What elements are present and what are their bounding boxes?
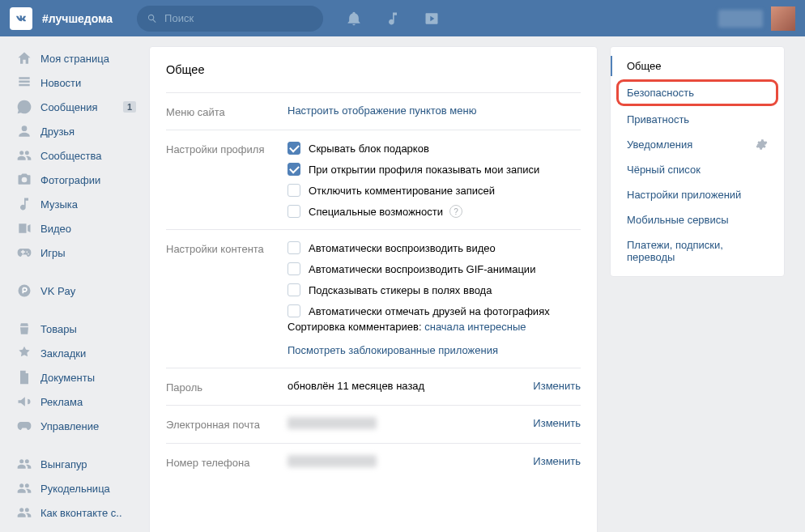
nav-item[interactable]: Моя страница <box>10 46 139 70</box>
nav-item[interactable]: Реклама <box>10 389 139 414</box>
video-icon <box>16 220 32 236</box>
nav-label: Рукодельница <box>40 483 110 495</box>
settings-nav-item[interactable]: Безопасность <box>617 80 777 105</box>
nav-item[interactable]: Управление <box>10 414 139 438</box>
checkbox-line: При открытии профиля показывать мои запи… <box>288 163 581 176</box>
nav-label: Сообщества <box>40 150 102 162</box>
checkbox-label: Автоматически воспроизводить GIF-анимаци… <box>309 263 535 275</box>
checkbox[interactable] <box>288 304 300 317</box>
checkbox-label: Скрывать блок подарков <box>309 143 429 155</box>
pay-icon <box>16 283 32 299</box>
nav-item[interactable]: Документы <box>10 365 139 389</box>
settings-nav-item[interactable]: Чёрный список <box>611 157 784 182</box>
nav-item[interactable]: Сообщения1 <box>10 95 139 119</box>
nav-item[interactable]: Вынгапур <box>10 452 139 476</box>
change-password-link[interactable]: Изменить <box>533 380 581 392</box>
checkbox-line: Автоматически воспроизводить GIF-анимаци… <box>288 262 581 275</box>
nav-label: Фотографии <box>40 174 100 186</box>
help-icon[interactable]: ? <box>449 205 462 218</box>
blocked-apps-link[interactable]: Посмотреть заблокированные приложения <box>288 344 581 356</box>
settings-nav-item[interactable]: Настройки приложений <box>611 182 784 207</box>
panel-title: Общее <box>166 63 581 76</box>
row-label: Электронная почта <box>166 417 288 432</box>
header-profile[interactable] <box>718 6 795 31</box>
nav-item[interactable]: Друзья <box>10 119 139 143</box>
nav-item-label: Настройки приложений <box>627 189 741 201</box>
row-menu: Меню сайта Настроить отображение пунктов… <box>166 92 581 130</box>
group-icon <box>16 456 32 472</box>
nav-label: Сообщения <box>40 101 98 113</box>
nav-label: Как вконтакте с.. <box>40 507 122 519</box>
settings-nav-item[interactable]: Общее <box>611 53 784 79</box>
nav-item[interactable]: Музыка <box>10 192 139 216</box>
nav-item[interactable]: VK Pay <box>10 279 139 303</box>
checkbox-label: Специальные возможности <box>309 206 443 218</box>
row-label: Настройки профиля <box>166 142 288 218</box>
change-phone-link[interactable]: Изменить <box>533 455 581 467</box>
messages-icon <box>16 99 32 115</box>
photos-icon <box>16 172 32 188</box>
checkbox[interactable] <box>288 163 300 176</box>
group-icon <box>16 504 32 521</box>
nav-label: Товары <box>40 323 77 335</box>
row-phone: Номер телефона Изменить <box>166 443 581 481</box>
checkbox[interactable] <box>288 283 300 296</box>
nav-label: Игры <box>40 247 66 259</box>
nav-item[interactable]: Сообщества <box>10 143 139 168</box>
checkbox[interactable] <box>288 262 300 275</box>
nav-item[interactable]: Закладки <box>10 341 139 365</box>
nav-label: Закладки <box>40 347 86 360</box>
change-email-link[interactable]: Изменить <box>533 417 581 429</box>
vk-logo[interactable] <box>10 7 32 30</box>
nav-item-label: Чёрный список <box>627 164 701 176</box>
sort-value-link[interactable]: сначала интересные <box>424 321 526 333</box>
checkbox-label: При открытии профиля показывать мои запи… <box>309 164 539 176</box>
nav-item[interactable]: Видео <box>10 216 139 240</box>
settings-nav: ОбщееБезопасностьПриватностьУведомленияЧ… <box>610 46 785 277</box>
phone-value-hidden <box>288 455 377 467</box>
checkbox[interactable] <box>288 205 300 218</box>
password-value: обновлён 11 месяцев назад <box>288 380 424 392</box>
nav-item-label: Платежи, подписки, переводы <box>627 239 768 263</box>
nav-item[interactable]: Товары <box>10 317 139 341</box>
row-password: Пароль обновлён 11 месяцев назад Изменит… <box>166 368 581 405</box>
settings-nav-item[interactable]: Уведомления <box>611 132 784 157</box>
nav-label: VK Pay <box>40 285 75 297</box>
group-icon <box>16 529 32 532</box>
checkbox-line: Специальные возможности? <box>288 205 581 218</box>
gear-icon[interactable] <box>756 138 768 151</box>
nav-item[interactable]: Фотографии <box>10 168 139 192</box>
music-icon <box>16 196 32 212</box>
settings-nav-item[interactable]: Мобильные сервисы <box>611 207 784 232</box>
row-label: Настройки контента <box>166 241 288 356</box>
checkbox[interactable] <box>288 241 300 254</box>
manage-icon <box>16 418 32 434</box>
menu-configure-link[interactable]: Настроить отображение пунктов меню <box>288 104 476 117</box>
bookmarks-icon <box>16 345 32 361</box>
nav-item-label: Безопасность <box>627 87 694 99</box>
hashtag[interactable]: #лучшедома <box>42 12 113 25</box>
checkbox-line: Автоматически воспроизводить видео <box>288 241 581 254</box>
nav-item[interactable]: Игры <box>10 240 139 265</box>
settings-nav-item[interactable]: Платежи, подписки, переводы <box>611 232 784 270</box>
music-icon[interactable] <box>385 11 401 27</box>
nav-label: Реклама <box>40 396 83 408</box>
play-square-icon[interactable] <box>424 11 440 27</box>
nav-item[interactable]: Новости <box>10 70 139 95</box>
nav-item[interactable]: Рукодельница <box>10 476 139 500</box>
header-icons <box>346 11 440 27</box>
checkbox[interactable] <box>288 142 300 155</box>
nav-item-label: Общее <box>627 60 662 72</box>
search-input[interactable] <box>164 12 313 24</box>
row-profile: Настройки профиля Скрывать блок подарков… <box>166 130 581 229</box>
nav-item[interactable]: Сетевой бизнес.. <box>10 525 139 532</box>
nav-label: Управление <box>40 420 99 432</box>
checkbox[interactable] <box>288 184 300 197</box>
bell-icon[interactable] <box>346 11 362 27</box>
nav-label: Музыка <box>40 198 78 211</box>
nav-item[interactable]: Как вконтакте с.. <box>10 500 139 525</box>
search-box[interactable] <box>137 6 323 32</box>
username-placeholder <box>718 10 763 28</box>
nav-item-label: Приватность <box>627 113 689 126</box>
settings-nav-item[interactable]: Приватность <box>611 107 784 132</box>
